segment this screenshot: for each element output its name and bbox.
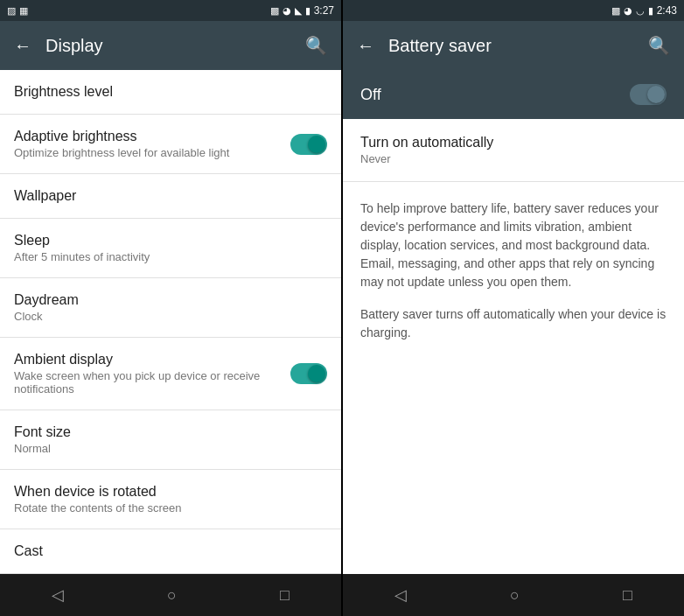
ambient-display-title: Ambient display bbox=[14, 352, 276, 368]
right-toolbar: ← Battery saver 🔍 bbox=[343, 21, 684, 70]
left-toolbar-title: Display bbox=[45, 36, 305, 56]
font-size-text: Font size Normal bbox=[14, 424, 327, 455]
battery-toggle-knob bbox=[647, 86, 665, 103]
wallpaper-title: Wallpaper bbox=[14, 188, 327, 204]
right-vibrate-icon: ▩ bbox=[611, 5, 620, 17]
ambient-display-subtitle: Wake screen when you pick up device or r… bbox=[14, 369, 276, 396]
daydream-item[interactable]: Daydream Clock bbox=[0, 278, 341, 338]
right-status-right: ▩ ◕ ◡ ▮ 2:43 bbox=[611, 4, 677, 17]
sleep-text: Sleep After 5 minutes of inactivity bbox=[14, 233, 327, 263]
right-signal-x-icon: ◡ bbox=[636, 5, 645, 17]
right-battery-icon: ▮ bbox=[648, 5, 653, 17]
ambient-display-toggle[interactable] bbox=[290, 363, 327, 384]
left-recent-nav-button[interactable] bbox=[280, 586, 290, 605]
right-time: 2:43 bbox=[657, 4, 677, 17]
battery-settings-content: Turn on automatically Never To help impr… bbox=[343, 119, 684, 574]
battery-off-row[interactable]: Off bbox=[343, 70, 684, 119]
brightness-level-title: Brightness level bbox=[14, 84, 327, 100]
cast-item[interactable]: Cast bbox=[0, 529, 341, 574]
cast-title: Cast bbox=[14, 543, 327, 559]
sleep-subtitle: After 5 minutes of inactivity bbox=[14, 250, 327, 263]
ambient-display-toggle-knob bbox=[308, 365, 325, 382]
left-back-button[interactable]: ← bbox=[14, 36, 31, 56]
right-nav-bar bbox=[343, 574, 684, 616]
adaptive-brightness-toggle[interactable] bbox=[290, 134, 327, 155]
sleep-title: Sleep bbox=[14, 233, 327, 248]
sim-icon: ▨ bbox=[7, 5, 16, 17]
vibrate-icon: ▩ bbox=[270, 5, 279, 17]
ambient-display-text: Ambient display Wake screen when you pic… bbox=[14, 352, 276, 396]
daydream-text: Daydream Clock bbox=[14, 292, 327, 323]
brightness-level-text: Brightness level bbox=[14, 84, 327, 100]
right-toolbar-title: Battery saver bbox=[388, 36, 648, 56]
left-search-button[interactable]: 🔍 bbox=[305, 35, 327, 56]
wifi-icon: ◕ bbox=[283, 5, 291, 17]
right-back-button[interactable]: ← bbox=[357, 36, 374, 56]
adaptive-brightness-item[interactable]: Adaptive brightness Optimize brightness … bbox=[0, 115, 341, 174]
left-toolbar: ← Display 🔍 bbox=[0, 21, 341, 70]
brightness-level-item[interactable]: Brightness level bbox=[0, 70, 341, 115]
wallpaper-item[interactable]: Wallpaper bbox=[0, 174, 341, 219]
device-rotated-title: When device is rotated bbox=[14, 484, 327, 500]
device-rotated-subtitle: Rotate the contents of the screen bbox=[14, 501, 327, 514]
turn-on-auto-subtitle: Never bbox=[360, 152, 667, 165]
left-status-bar: ▨ ▦ ▩ ◕ ◣ ▮ 3:27 bbox=[0, 0, 341, 21]
turn-on-auto-item[interactable]: Turn on automatically Never bbox=[343, 119, 684, 182]
display-settings-list: Brightness level Adaptive brightness Opt… bbox=[0, 70, 341, 574]
left-status-right: ▩ ◕ ◣ ▮ 3:27 bbox=[270, 4, 334, 17]
right-status-bar: ▩ ◕ ◡ ▮ 2:43 bbox=[343, 0, 684, 21]
ambient-display-item[interactable]: Ambient display Wake screen when you pic… bbox=[0, 338, 341, 410]
right-home-nav-button[interactable] bbox=[510, 586, 520, 605]
left-home-nav-button[interactable] bbox=[167, 586, 177, 605]
right-search-button[interactable]: 🔍 bbox=[648, 35, 670, 56]
left-back-nav-button[interactable] bbox=[52, 585, 64, 605]
left-status-icons: ▨ ▦ bbox=[7, 5, 28, 17]
wallpaper-text: Wallpaper bbox=[14, 188, 327, 204]
font-size-subtitle: Normal bbox=[14, 442, 327, 455]
right-recent-nav-button[interactable] bbox=[623, 586, 632, 605]
battery-description: To help improve battery life, battery sa… bbox=[343, 182, 684, 374]
battery-off-label: Off bbox=[360, 86, 381, 104]
adaptive-brightness-title: Adaptive brightness bbox=[14, 129, 276, 144]
adaptive-brightness-toggle-knob bbox=[308, 136, 325, 153]
daydream-title: Daydream bbox=[14, 292, 327, 308]
battery-desc-2: Battery saver turns off automatically wh… bbox=[360, 305, 667, 342]
font-size-title: Font size bbox=[14, 424, 327, 440]
battery-saver-panel: ▩ ◕ ◡ ▮ 2:43 ← Battery saver 🔍 Off Turn … bbox=[343, 0, 684, 616]
right-back-nav-button[interactable] bbox=[394, 585, 407, 605]
battery-toggle[interactable] bbox=[630, 84, 667, 105]
battery-desc-1: To help improve battery life, battery sa… bbox=[360, 200, 667, 291]
daydream-subtitle: Clock bbox=[14, 310, 327, 323]
battery-icon: ▮ bbox=[305, 5, 311, 17]
turn-on-auto-title: Turn on automatically bbox=[360, 135, 667, 150]
adaptive-brightness-text: Adaptive brightness Optimize brightness … bbox=[14, 129, 276, 159]
left-time: 3:27 bbox=[314, 4, 334, 17]
device-rotated-item[interactable]: When device is rotated Rotate the conten… bbox=[0, 470, 341, 529]
adaptive-brightness-subtitle: Optimize brightness level for available … bbox=[14, 146, 276, 159]
left-nav-bar bbox=[0, 574, 341, 616]
signal-icon: ◣ bbox=[295, 5, 302, 17]
display-panel: ▨ ▦ ▩ ◕ ◣ ▮ 3:27 ← Display 🔍 Brightness … bbox=[0, 0, 341, 616]
sleep-item[interactable]: Sleep After 5 minutes of inactivity bbox=[0, 219, 341, 278]
device-rotated-text: When device is rotated Rotate the conten… bbox=[14, 484, 327, 514]
cast-text: Cast bbox=[14, 543, 327, 559]
right-wifi-icon: ◕ bbox=[624, 5, 632, 17]
photo-icon: ▦ bbox=[19, 5, 28, 17]
font-size-item[interactable]: Font size Normal bbox=[0, 410, 341, 470]
